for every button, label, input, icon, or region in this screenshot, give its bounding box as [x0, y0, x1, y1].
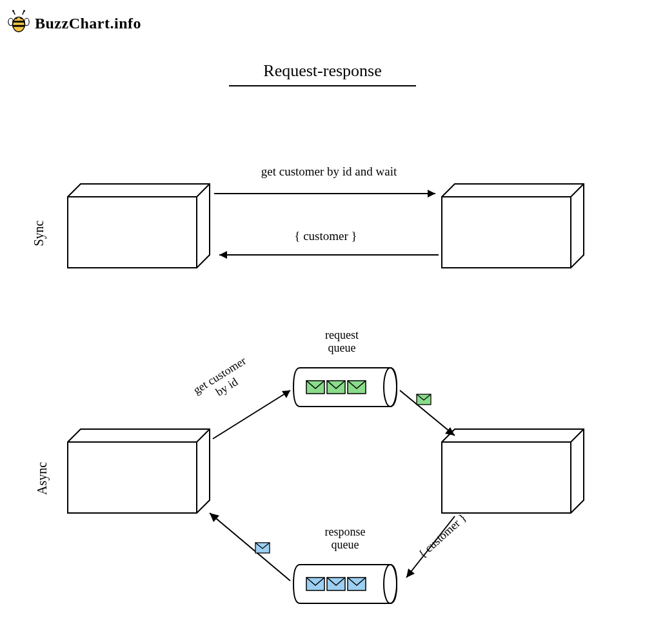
- bee-icon: [6, 10, 31, 37]
- arrow-response-queue-to-client: [200, 503, 297, 587]
- svg-rect-2: [13, 25, 25, 27]
- arrow-client-to-request-queue: [206, 381, 303, 445]
- async-client-box: [64, 426, 213, 516]
- request-queue-cylinder: [290, 361, 400, 416]
- svg-point-7: [15, 17, 17, 19]
- arrow-request-queue-to-server: [393, 381, 464, 445]
- svg-line-21: [213, 390, 290, 439]
- response-queue-cylinder: [290, 558, 400, 612]
- sync-section-label: Sync: [32, 221, 46, 247]
- sync-request-arrow: [213, 187, 442, 200]
- svg-line-25: [210, 513, 290, 581]
- logo-text: BuzzChart.info: [35, 15, 141, 32]
- svg-point-4: [12, 10, 14, 12]
- sync-client-box: [64, 181, 213, 271]
- svg-line-24: [406, 516, 455, 578]
- request-queue-label: requestqueue: [313, 329, 371, 355]
- sync-server-box: [439, 181, 587, 271]
- diagram-title: Request-response: [263, 61, 381, 81]
- async-section-label: Async: [35, 462, 50, 495]
- blue-envelope-icon: [255, 542, 270, 554]
- svg-point-0: [13, 17, 25, 32]
- svg-point-8: [20, 17, 22, 19]
- sync-response-label: { customer }: [271, 229, 381, 243]
- sync-request-label: get customer by id and wait: [232, 165, 426, 179]
- sync-response-arrow: [213, 248, 442, 261]
- svg-point-17: [384, 565, 397, 603]
- arrow-server-to-response-queue: [397, 510, 468, 587]
- title-underline: [229, 85, 416, 86]
- svg-rect-1: [13, 21, 25, 23]
- response-queue-label: responsequeue: [313, 526, 377, 552]
- svg-point-6: [23, 10, 25, 12]
- logo: BuzzChart.info: [6, 10, 141, 37]
- green-envelope-icon: [416, 394, 432, 405]
